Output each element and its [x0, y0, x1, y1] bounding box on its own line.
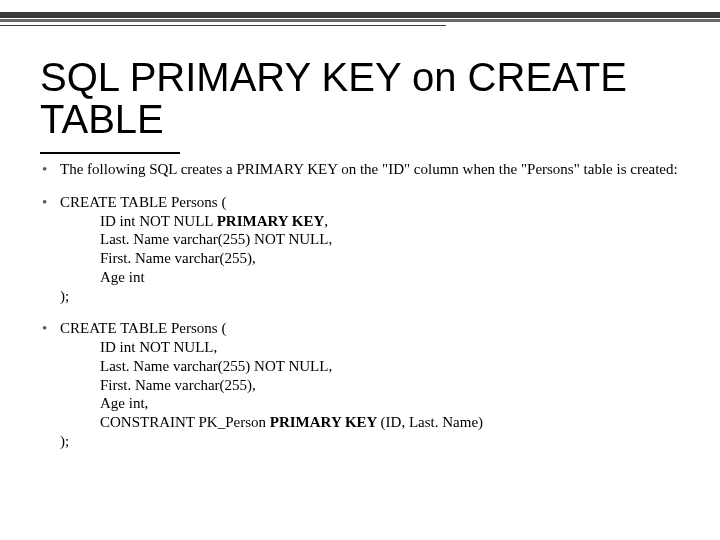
code2-l5c: (ID, Last. Name)	[381, 414, 483, 430]
intro-text: The following SQL creates a PRIMARY KEY …	[60, 161, 678, 177]
band-dark	[0, 12, 720, 18]
bullet-list: The following SQL creates a PRIMARY KEY …	[42, 160, 680, 451]
code1-line4: Age int	[60, 268, 680, 287]
code2-line4: Age int,	[60, 394, 680, 413]
code1-l1a: ID int NOT NULL	[100, 213, 217, 229]
band-line	[0, 25, 446, 26]
bullet-code-1: CREATE TABLE Persons ( ID int NOT NULL P…	[42, 193, 680, 306]
code2-l5a: CONSTRAINT PK_Person	[100, 414, 270, 430]
bullet-code-2: CREATE TABLE Persons ( ID int NOT NULL, …	[42, 319, 680, 450]
code1-l1b: PRIMARY KEY	[217, 213, 325, 229]
bullet-intro: The following SQL creates a PRIMARY KEY …	[42, 160, 680, 179]
code2-line3: First. Name varchar(255),	[60, 376, 680, 395]
band-mid	[0, 19, 720, 22]
code-block-1: CREATE TABLE Persons ( ID int NOT NULL P…	[60, 193, 680, 306]
slide-title: SQL PRIMARY KEY on CREATE TABLE	[40, 56, 680, 140]
code1-line1: ID int NOT NULL PRIMARY KEY,	[60, 212, 680, 231]
code2-line2: Last. Name varchar(255) NOT NULL,	[60, 357, 680, 376]
code1-open: CREATE TABLE Persons (	[60, 194, 226, 210]
code2-l5b: PRIMARY KEY	[270, 414, 381, 430]
code1-l1c: ,	[324, 213, 328, 229]
code2-open: CREATE TABLE Persons (	[60, 320, 226, 336]
header-decoration	[0, 12, 720, 36]
slide: SQL PRIMARY KEY on CREATE TABLE The foll…	[0, 0, 720, 540]
code2-line1: ID int NOT NULL,	[60, 338, 680, 357]
code1-line3: First. Name varchar(255),	[60, 249, 680, 268]
code2-close: );	[60, 433, 69, 449]
title-underline	[40, 152, 180, 154]
code2-line5: CONSTRAINT PK_Person PRIMARY KEY (ID, La…	[60, 413, 680, 432]
code-block-2: CREATE TABLE Persons ( ID int NOT NULL, …	[60, 319, 680, 450]
code1-line2: Last. Name varchar(255) NOT NULL,	[60, 230, 680, 249]
slide-content: The following SQL creates a PRIMARY KEY …	[42, 160, 680, 465]
code1-close: );	[60, 288, 69, 304]
